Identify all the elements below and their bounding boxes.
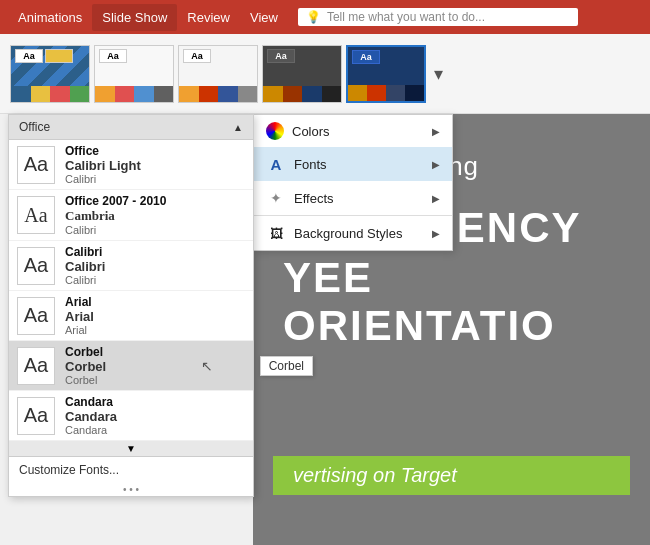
- theme-thumb-3[interactable]: Aa: [178, 45, 258, 103]
- font-preview-corbel: Aa: [17, 347, 55, 385]
- font-item-arial[interactable]: Aa Arial Arial Arial: [9, 291, 253, 341]
- theme-menu-colors[interactable]: Colors ▶: [254, 115, 452, 147]
- font-body-calibri: Calibri: [65, 274, 105, 286]
- background-arrow-icon: ▶: [432, 228, 440, 239]
- font-info-corbel: Corbel Corbel Corbel: [65, 345, 106, 386]
- dropdown-header-label: Office: [19, 120, 50, 134]
- font-name-office: Office: [65, 144, 141, 158]
- font-info-office: Office Calibri Light Calibri: [65, 144, 141, 185]
- font-name-office2010: Office 2007 - 2010: [65, 194, 166, 208]
- font-item-office2010[interactable]: Aa Office 2007 - 2010 Cambria Calibri: [9, 190, 253, 241]
- theme-thumb-1[interactable]: Aa: [10, 45, 90, 103]
- font-heading-calibri: Calibri: [65, 259, 105, 274]
- theme-menu-effects-label: Effects: [294, 191, 334, 206]
- font-heading-candara: Candara: [65, 409, 117, 424]
- font-body-office2010: Calibri: [65, 224, 166, 236]
- effects-arrow-icon: ▶: [432, 193, 440, 204]
- font-body-corbel: Corbel: [65, 374, 106, 386]
- font-preview-candara: Aa: [17, 397, 55, 435]
- colors-arrow-icon: ▶: [432, 126, 440, 137]
- font-heading-office2010: Cambria: [65, 208, 166, 224]
- colors-icon: [266, 122, 284, 140]
- font-info-arial: Arial Arial Arial: [65, 295, 94, 336]
- font-body-office: Calibri: [65, 173, 141, 185]
- font-preview-office2010: Aa: [17, 196, 55, 234]
- theme-menu-background[interactable]: 🖼 Background Styles ▶: [254, 216, 452, 250]
- theme-thumb-5[interactable]: Aa: [346, 45, 426, 103]
- menu-bar: Animations Slide Show Review View 💡 Tell…: [0, 0, 650, 34]
- fonts-icon: A: [266, 154, 286, 174]
- font-info-calibri: Calibri Calibri Calibri: [65, 245, 105, 286]
- theme-submenu: Colors ▶ A Fonts ▶ ✦ Effects ▶ 🖼 Backgro…: [253, 114, 453, 251]
- cursor-indicator: ↖: [201, 358, 213, 374]
- theme-menu-fonts-label: Fonts: [294, 157, 327, 172]
- slide-title-line2: YEE ORIENTATIO: [283, 254, 630, 350]
- ribbon: Aa Aa Aa Aa: [0, 34, 650, 114]
- theme-thumb-2[interactable]: Aa: [94, 45, 174, 103]
- customize-fonts-button[interactable]: Customize Fonts...: [9, 456, 253, 483]
- font-preview-calibri: Aa: [17, 247, 55, 285]
- background-icon: 🖼: [266, 223, 286, 243]
- font-item-office[interactable]: Aa Office Calibri Light Calibri: [9, 140, 253, 190]
- font-item-calibri[interactable]: Aa Calibri Calibri Calibri: [9, 241, 253, 291]
- theme-menu-fonts[interactable]: A Fonts ▶: [254, 147, 452, 181]
- theme-thumbnails: Aa Aa Aa Aa: [10, 45, 426, 103]
- font-tooltip-corbel: Corbel: [260, 356, 313, 376]
- slide-subtitle-bar: vertising on Target: [273, 456, 630, 495]
- font-name-corbel: Corbel: [65, 345, 106, 359]
- slide-subtitle-text: vertising on Target: [293, 464, 457, 486]
- menu-slideshow[interactable]: Slide Show: [92, 4, 177, 31]
- dropdown-scroll-down[interactable]: ▼: [9, 441, 253, 456]
- drag-handle[interactable]: • • •: [9, 483, 253, 496]
- effects-icon: ✦: [266, 188, 286, 208]
- font-info-candara: Candara Candara Candara: [65, 395, 117, 436]
- search-placeholder: Tell me what you want to do...: [327, 10, 485, 24]
- menu-view[interactable]: View: [240, 4, 288, 31]
- search-icon: 💡: [306, 10, 321, 24]
- search-box[interactable]: 💡 Tell me what you want to do...: [298, 8, 578, 26]
- dropdown-header: Office ▲: [9, 115, 253, 140]
- theme-menu-background-label: Background Styles: [294, 226, 402, 241]
- font-heading-office: Calibri Light: [65, 158, 141, 173]
- fonts-arrow-icon: ▶: [432, 159, 440, 170]
- theme-menu-colors-label: Colors: [292, 124, 330, 139]
- font-dropdown-panel: Office ▲ Aa Office Calibri Light Calibri…: [8, 114, 254, 497]
- font-body-arial: Arial: [65, 324, 94, 336]
- font-item-corbel[interactable]: Aa Corbel Corbel Corbel Corbel ↖: [9, 341, 253, 391]
- font-heading-arial: Arial: [65, 309, 94, 324]
- theme-thumb-4[interactable]: Aa: [262, 45, 342, 103]
- ribbon-scroll-down[interactable]: ▾: [432, 61, 445, 87]
- menu-review[interactable]: Review: [177, 4, 240, 31]
- font-item-candara[interactable]: Aa Candara Candara Candara: [9, 391, 253, 441]
- font-name-calibri: Calibri: [65, 245, 105, 259]
- font-info-office2010: Office 2007 - 2010 Cambria Calibri: [65, 194, 166, 236]
- font-preview-office: Aa: [17, 146, 55, 184]
- menu-animations[interactable]: Animations: [8, 4, 92, 31]
- font-name-candara: Candara: [65, 395, 117, 409]
- theme-menu-effects[interactable]: ✦ Effects ▶: [254, 181, 452, 215]
- font-body-candara: Candara: [65, 424, 117, 436]
- font-heading-corbel: Corbel: [65, 359, 106, 374]
- font-name-arial: Arial: [65, 295, 94, 309]
- font-preview-arial: Aa: [17, 297, 55, 335]
- dropdown-scroll-up-btn[interactable]: ▲: [233, 122, 243, 133]
